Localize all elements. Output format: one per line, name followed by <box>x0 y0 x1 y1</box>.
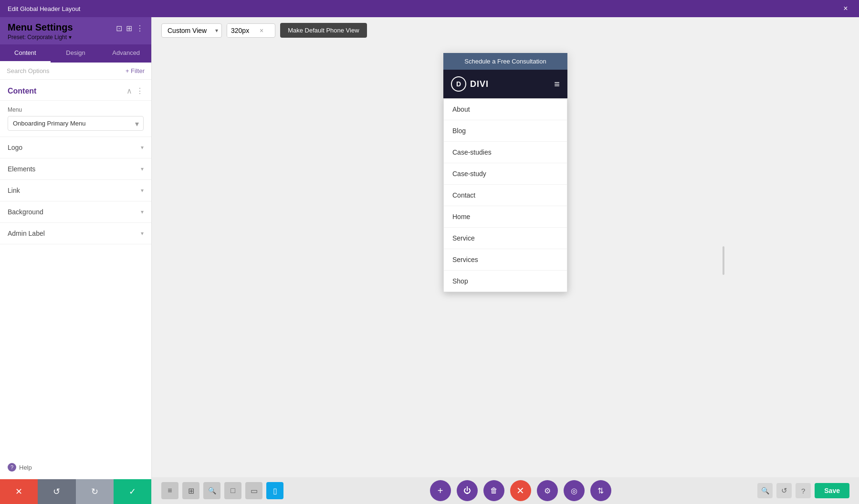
help-button[interactable]: ? Help <box>8 463 144 472</box>
more-icon[interactable]: ⋮ <box>136 24 144 33</box>
grid-icon-btn[interactable]: ⊞ <box>182 482 199 499</box>
phone-top-bar: Schedule a Free Consultation <box>443 53 567 70</box>
menu-field: Menu Onboarding Primary Menu <box>0 101 151 137</box>
canvas-preview: Schedule a Free Consultation D DIVI ≡ Ab… <box>152 43 859 477</box>
phone-menu-dropdown: About Blog Case-studies Case-study Conta… <box>443 98 567 292</box>
tab-content[interactable]: Content <box>0 44 51 63</box>
menu-item-home[interactable]: Home <box>444 206 567 228</box>
menu-item-services[interactable]: Services <box>444 249 567 271</box>
desktop-icon-btn[interactable]: □ <box>224 482 241 499</box>
accordion-link[interactable]: Link ▾ <box>0 180 151 201</box>
save-button[interactable]: Save <box>815 483 849 498</box>
canvas-toolbar: Custom View Desktop Tablet Phone × Make … <box>152 17 859 43</box>
view-dropdown[interactable]: Custom View Desktop Tablet Phone <box>161 23 222 38</box>
px-extra <box>267 28 275 33</box>
toolbar-center: + ⏻ 🗑 ✕ ⚙ ◎ ⇅ <box>430 480 611 501</box>
bottom-toolbar: ≡ ⊞ 🔍 □ ▭ ▯ + ⏻ 🗑 ✕ ⚙ ◎ ⇅ 🔍 ↺ ? Save <box>152 477 859 504</box>
menu-item-shop[interactable]: Shop <box>444 271 567 292</box>
canvas: Custom View Desktop Tablet Phone × Make … <box>152 17 859 504</box>
search-icon-btn[interactable]: 🔍 <box>203 482 220 499</box>
zoom-search-icon[interactable]: 🔍 <box>757 483 773 498</box>
add-button[interactable]: + <box>430 480 451 501</box>
content-section-title: Content <box>8 87 36 95</box>
power-button[interactable]: ⏻ <box>457 480 478 501</box>
make-default-button[interactable]: Make Default Phone View <box>280 23 367 38</box>
delete-button[interactable]: 🗑 <box>483 480 504 501</box>
help-icon: ? <box>8 463 16 472</box>
logo-circle: D <box>451 76 466 92</box>
chevron-down-icon: ▾ <box>141 166 144 172</box>
top-bar: Edit Global Header Layout × <box>0 0 859 17</box>
collapse-icon[interactable]: ∧ <box>126 86 132 95</box>
filter-button[interactable]: + Filter <box>126 67 145 74</box>
help-label: Help <box>19 464 32 471</box>
close-icon[interactable]: × <box>840 3 851 14</box>
chevron-down-icon: ▾ <box>141 187 144 194</box>
sidebar-title: Menu Settings <box>8 22 73 33</box>
layout-icon[interactable]: ⊞ <box>126 24 132 33</box>
sidebar-bottom-bar: ✕ ↺ ↻ ✓ <box>0 479 151 504</box>
content-section-header: Content ∧ ⋮ <box>0 80 151 101</box>
drag-handle-right[interactable] <box>722 82 725 439</box>
gear-icon-btn[interactable]: ⚙ <box>537 480 558 501</box>
menu-item-service[interactable]: Service <box>444 228 567 249</box>
search-label: Search Options <box>7 67 50 74</box>
target-button[interactable]: ◎ <box>564 480 585 501</box>
menu-select[interactable]: Onboarding Primary Menu <box>8 116 144 131</box>
discard-button[interactable]: ✕ <box>0 479 38 504</box>
search-bar: Search Options + Filter <box>0 63 151 80</box>
hamburger-icon[interactable]: ≡ <box>554 79 560 90</box>
help-toolbar-icon[interactable]: ? <box>796 483 811 498</box>
px-input[interactable] <box>227 24 256 37</box>
menu-field-label: Menu <box>8 106 144 113</box>
accordion-admin-label[interactable]: Admin Label ▾ <box>0 223 151 244</box>
chevron-down-icon: ▾ <box>141 144 144 151</box>
toolbar-right: 🔍 ↺ ? Save <box>757 483 849 498</box>
phone-logo: D DIVI <box>451 76 489 92</box>
cancel-button[interactable]: ✕ <box>510 480 531 501</box>
section-more-icon[interactable]: ⋮ <box>136 86 144 95</box>
accordion-elements[interactable]: Elements ▾ <box>0 158 151 180</box>
menu-item-contact[interactable]: Contact <box>444 185 567 206</box>
history-icon[interactable]: ↺ <box>776 483 792 498</box>
menu-item-case-studies[interactable]: Case-studies <box>444 142 567 163</box>
tab-advanced[interactable]: Advanced <box>101 44 151 63</box>
accordion-logo[interactable]: Logo ▾ <box>0 137 151 158</box>
clear-px-icon[interactable]: × <box>256 24 267 37</box>
menu-icon-btn[interactable]: ≡ <box>161 482 178 499</box>
logo-text: DIVI <box>470 79 489 89</box>
confirm-button[interactable]: ✓ <box>114 479 151 504</box>
phone-icon-btn[interactable]: ▯ <box>266 482 283 499</box>
tablet-icon-btn[interactable]: ▭ <box>245 482 262 499</box>
undo-button[interactable]: ↺ <box>38 479 75 504</box>
menu-item-blog[interactable]: Blog <box>444 120 567 142</box>
settings-icon[interactable]: ⊡ <box>116 24 122 33</box>
phone-preview: Schedule a Free Consultation D DIVI ≡ Ab… <box>443 53 567 292</box>
phone-nav: D DIVI ≡ <box>443 70 567 98</box>
sidebar-preset: Preset: Corporate Light ▾ <box>8 34 73 41</box>
sidebar: Menu Settings Preset: Corporate Light ▾ … <box>0 17 152 504</box>
tab-design[interactable]: Design <box>51 44 101 63</box>
toolbar-left: ≡ ⊞ 🔍 □ ▭ ▯ <box>161 482 283 499</box>
sort-button[interactable]: ⇅ <box>590 480 611 501</box>
redo-button[interactable]: ↻ <box>76 479 114 504</box>
help-section: ? Help <box>0 455 151 479</box>
accordion-background[interactable]: Background ▾ <box>0 201 151 223</box>
chevron-down-icon: ▾ <box>141 209 144 215</box>
top-bar-title: Edit Global Header Layout <box>8 5 80 12</box>
menu-item-about[interactable]: About <box>444 99 567 120</box>
chevron-down-icon: ▾ <box>141 230 144 237</box>
menu-item-case-study[interactable]: Case-study <box>444 163 567 185</box>
